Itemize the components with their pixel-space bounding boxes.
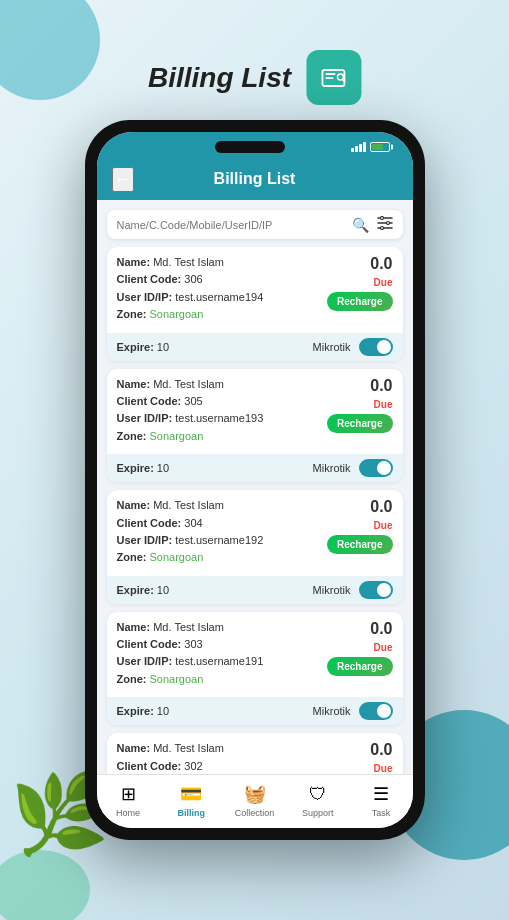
billing-card-3: Name: Md. Test Islam Client Code: 303 Us… bbox=[107, 612, 403, 726]
search-icon[interactable]: 🔍 bbox=[352, 217, 369, 233]
amount-0: 0.0 bbox=[370, 255, 392, 273]
nav-label-task: Task bbox=[372, 808, 391, 818]
amount-4: 0.0 bbox=[370, 741, 392, 759]
due-badge-0: Due bbox=[374, 277, 393, 288]
card-name-row-3: Name: Md. Test Islam bbox=[117, 620, 323, 635]
nav-label-collection: Collection bbox=[235, 808, 275, 818]
svg-point-10 bbox=[380, 227, 383, 230]
billing-list: Name: Md. Test Islam Client Code: 306 Us… bbox=[97, 247, 413, 774]
expire-text-3: Expire: 10 bbox=[117, 705, 170, 717]
svg-rect-1 bbox=[326, 73, 336, 75]
nav-item-support[interactable]: 🛡 Support bbox=[286, 784, 349, 818]
nav-item-collection[interactable]: 🧺 Collection bbox=[223, 783, 286, 818]
svg-point-8 bbox=[380, 217, 383, 220]
search-input[interactable] bbox=[117, 219, 344, 231]
card-main-2: Name: Md. Test Islam Client Code: 304 Us… bbox=[107, 490, 403, 576]
nav-icon-collection: 🧺 bbox=[244, 783, 266, 805]
expire-text-0: Expire: 10 bbox=[117, 341, 170, 353]
card-left-0: Name: Md. Test Islam Client Code: 306 Us… bbox=[117, 255, 323, 325]
expire-text-1: Expire: 10 bbox=[117, 462, 170, 474]
bg-decoration-bottom-left bbox=[0, 850, 90, 920]
toggle-3[interactable] bbox=[359, 702, 393, 720]
nav-item-home[interactable]: ⊞ Home bbox=[97, 783, 160, 818]
mikrotik-label-2: Mikrotik bbox=[313, 584, 351, 596]
due-badge-1: Due bbox=[374, 399, 393, 410]
card-right-0: 0.0 Due Recharge bbox=[323, 255, 393, 311]
billing-list-icon bbox=[306, 50, 361, 105]
card-zone-row-2: Zone: Sonargoan bbox=[117, 550, 323, 565]
notch bbox=[215, 141, 285, 153]
card-footer-0: Expire: 10 Mikrotik bbox=[107, 333, 403, 361]
card-code-row-1: Client Code: 305 bbox=[117, 394, 323, 409]
app-header: ← Billing List bbox=[97, 162, 413, 200]
nav-label-support: Support bbox=[302, 808, 334, 818]
mikrotik-label-1: Mikrotik bbox=[313, 462, 351, 474]
svg-point-9 bbox=[386, 222, 389, 225]
billing-card-0: Name: Md. Test Islam Client Code: 306 Us… bbox=[107, 247, 403, 361]
recharge-button-2[interactable]: Recharge bbox=[327, 535, 393, 554]
card-main-1: Name: Md. Test Islam Client Code: 305 Us… bbox=[107, 369, 403, 455]
card-zone-row-1: Zone: Sonargoan bbox=[117, 429, 323, 444]
card-main-4: Name: Md. Test Islam Client Code: 302 Us… bbox=[107, 733, 403, 774]
toggle-1[interactable] bbox=[359, 459, 393, 477]
card-userid-row-3: User ID/IP: test.username191 bbox=[117, 654, 323, 669]
card-left-2: Name: Md. Test Islam Client Code: 304 Us… bbox=[117, 498, 323, 568]
card-name-row-4: Name: Md. Test Islam bbox=[117, 741, 323, 756]
billing-card-2: Name: Md. Test Islam Client Code: 304 Us… bbox=[107, 490, 403, 604]
battery-icon bbox=[370, 142, 390, 152]
due-badge-3: Due bbox=[374, 642, 393, 653]
card-name-row-0: Name: Md. Test Islam bbox=[117, 255, 323, 270]
page-title-area: Billing List bbox=[148, 50, 361, 105]
signal-bars bbox=[351, 142, 366, 152]
nav-icon-billing: 💳 bbox=[180, 783, 202, 805]
card-footer-3: Expire: 10 Mikrotik bbox=[107, 697, 403, 725]
amount-2: 0.0 bbox=[370, 498, 392, 516]
card-code-row-0: Client Code: 306 bbox=[117, 272, 323, 287]
card-userid-row-2: User ID/IP: test.username192 bbox=[117, 533, 323, 548]
filter-icon[interactable] bbox=[377, 216, 393, 233]
card-code-row-3: Client Code: 303 bbox=[117, 637, 323, 652]
card-left-4: Name: Md. Test Islam Client Code: 302 Us… bbox=[117, 741, 323, 774]
card-right-3: 0.0 Due Recharge bbox=[323, 620, 393, 676]
status-bar bbox=[97, 132, 413, 162]
card-name-row-1: Name: Md. Test Islam bbox=[117, 377, 323, 392]
amount-1: 0.0 bbox=[370, 377, 392, 395]
back-button[interactable]: ← bbox=[112, 167, 134, 192]
card-main-3: Name: Md. Test Islam Client Code: 303 Us… bbox=[107, 612, 403, 698]
expire-text-2: Expire: 10 bbox=[117, 584, 170, 596]
card-userid-row-0: User ID/IP: test.username194 bbox=[117, 290, 323, 305]
card-footer-1: Expire: 10 Mikrotik bbox=[107, 454, 403, 482]
recharge-button-0[interactable]: Recharge bbox=[327, 292, 393, 311]
nav-icon-support: 🛡 bbox=[309, 784, 327, 805]
recharge-button-3[interactable]: Recharge bbox=[327, 657, 393, 676]
billing-card-4: Name: Md. Test Islam Client Code: 302 Us… bbox=[107, 733, 403, 774]
mikrotik-area-1: Mikrotik bbox=[313, 459, 393, 477]
battery-fill bbox=[372, 144, 383, 150]
bottom-nav: ⊞ Home 💳 Billing 🧺 Collection 🛡 Support … bbox=[97, 774, 413, 828]
mikrotik-label-3: Mikrotik bbox=[313, 705, 351, 717]
mikrotik-label-0: Mikrotik bbox=[313, 341, 351, 353]
search-bar[interactable]: 🔍 bbox=[107, 210, 403, 239]
nav-item-billing[interactable]: 💳 Billing bbox=[160, 783, 223, 818]
card-zone-row-0: Zone: Sonargoan bbox=[117, 307, 323, 322]
nav-item-task[interactable]: ☰ Task bbox=[349, 783, 412, 818]
card-userid-row-1: User ID/IP: test.username193 bbox=[117, 411, 323, 426]
card-zone-row-3: Zone: Sonargoan bbox=[117, 672, 323, 687]
card-right-1: 0.0 Due Recharge bbox=[323, 377, 393, 433]
toggle-2[interactable] bbox=[359, 581, 393, 599]
card-left-1: Name: Md. Test Islam Client Code: 305 Us… bbox=[117, 377, 323, 447]
header-title: Billing List bbox=[214, 170, 296, 188]
nav-icon-home: ⊞ bbox=[121, 783, 136, 805]
card-name-row-2: Name: Md. Test Islam bbox=[117, 498, 323, 513]
amount-3: 0.0 bbox=[370, 620, 392, 638]
nav-label-billing: Billing bbox=[178, 808, 206, 818]
card-right-4: 0.0 Due Recharge bbox=[323, 741, 393, 774]
recharge-button-1[interactable]: Recharge bbox=[327, 414, 393, 433]
toggle-0[interactable] bbox=[359, 338, 393, 356]
card-code-row-4: Client Code: 302 bbox=[117, 759, 323, 774]
due-badge-4: Due bbox=[374, 763, 393, 774]
billing-card-1: Name: Md. Test Islam Client Code: 305 Us… bbox=[107, 369, 403, 483]
page-title: Billing List bbox=[148, 62, 291, 94]
bg-decoration-top-left bbox=[0, 0, 100, 100]
card-main-0: Name: Md. Test Islam Client Code: 306 Us… bbox=[107, 247, 403, 333]
